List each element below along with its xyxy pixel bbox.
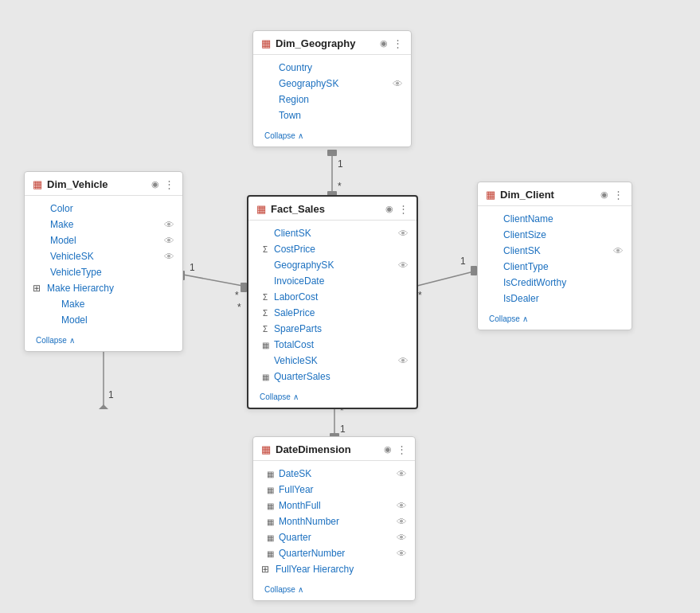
- table-header-dim-vehicle: ▦ Dim_Vehicle ◉ ⋮: [25, 172, 182, 196]
- field-row: ▦ DateSK 👁: [253, 466, 415, 482]
- eye-icon-dim-vehicle[interactable]: ◉: [151, 179, 159, 189]
- collapse-arrow-icon: ∧: [293, 392, 299, 401]
- field-icon: ▦: [264, 517, 276, 526]
- table-header-dim-client: ▦ Dim_Client ◉ ⋮: [478, 182, 632, 206]
- collapse-date-dimension[interactable]: Collapse ∧: [253, 580, 415, 600]
- field-row: ClientName: [478, 211, 632, 227]
- field-row: Town: [253, 107, 411, 123]
- svg-rect-12: [471, 266, 477, 275]
- diagram-canvas: 1 * 1 * 1 * 1 * 1 *: [0, 0, 700, 613]
- field-row: ClientSK 👁: [248, 225, 416, 241]
- field-name: ClientSize: [503, 229, 624, 240]
- field-name: Color: [50, 203, 174, 214]
- field-row: IsCreditWorthy: [478, 275, 632, 291]
- field-row: Make 👁: [25, 217, 182, 232]
- field-row: ▦ MonthNumber 👁: [253, 513, 415, 529]
- field-badge: 👁: [393, 78, 403, 90]
- svg-line-5: [183, 275, 247, 287]
- table-title-dim-client: Dim_Client: [500, 189, 596, 201]
- field-icon: ▦: [264, 549, 276, 558]
- field-icon: Σ: [260, 325, 271, 334]
- collapse-arrow-icon: ∧: [522, 314, 528, 323]
- more-icon-dim-vehicle[interactable]: ⋮: [164, 178, 174, 190]
- table-header-date-dimension: ▦ DateDimension ◉ ⋮: [253, 437, 415, 461]
- fields-dim-client: ClientName ClientSize ClientSK 👁 ClientT…: [478, 206, 632, 310]
- field-name: DateSK: [279, 468, 393, 479]
- conn-label-veh2-1: 1: [108, 389, 114, 400]
- field-row: ClientType: [478, 259, 632, 275]
- field-name: FullYear: [279, 484, 407, 495]
- field-row-child: Model: [25, 312, 182, 328]
- conn-label-veh-1: 1: [190, 262, 195, 273]
- eye-icon-dim-geography[interactable]: ◉: [380, 38, 388, 49]
- field-row: ClientSK 👁: [478, 243, 632, 259]
- more-icon-date-dimension[interactable]: ⋮: [397, 443, 407, 455]
- table-dim-client: ▦ Dim_Client ◉ ⋮ ClientName ClientSize C…: [477, 182, 632, 330]
- field-name: IsCreditWorthy: [503, 277, 624, 288]
- collapse-fact-sales[interactable]: Collapse ∧: [248, 388, 416, 408]
- field-icon: ▦: [264, 502, 276, 510]
- field-row: VehicleSK 👁: [25, 248, 182, 264]
- collapse-label: Collapse: [489, 314, 520, 323]
- table-header-fact-sales: ▦ Fact_Sales ◉ ⋮: [248, 197, 416, 221]
- field-row: Σ LaborCost: [248, 289, 416, 305]
- conn-label-geo-1: 1: [338, 158, 343, 170]
- field-name: TotalCost: [274, 339, 409, 350]
- field-name: IsDealer: [503, 293, 624, 304]
- table-type-icon-dim-geography: ▦: [261, 37, 271, 49]
- field-name: Country: [279, 62, 403, 73]
- collapse-dim-client[interactable]: Collapse ∧: [478, 310, 632, 330]
- field-row-hierarchy: ⊞ Make Hierarchy: [25, 280, 182, 296]
- more-icon-dim-geography[interactable]: ⋮: [393, 37, 403, 49]
- field-row: IsDealer: [478, 291, 632, 306]
- field-badge: 👁: [164, 235, 174, 247]
- field-name: ClientType: [503, 261, 624, 272]
- more-icon-dim-client[interactable]: ⋮: [613, 189, 624, 201]
- table-title-dim-geography: Dim_Geography: [276, 37, 375, 49]
- field-row: ▦ QuarterSales: [248, 369, 416, 385]
- field-name: CostPrice: [274, 244, 409, 255]
- field-row: ▦ TotalCost: [248, 337, 416, 353]
- table-fact-sales: ▦ Fact_Sales ◉ ⋮ ClientSK 👁 Σ CostPrice …: [247, 195, 418, 409]
- table-date-dimension: ▦ DateDimension ◉ ⋮ ▦ DateSK 👁 ▦ FullYea…: [252, 436, 416, 601]
- conn-label-cli-1: 1: [460, 256, 466, 267]
- field-name: QuarterNumber: [279, 548, 393, 559]
- collapse-dim-geography[interactable]: Collapse ∧: [253, 127, 411, 146]
- field-badge: 👁: [397, 468, 407, 480]
- field-name: SpareParts: [274, 323, 409, 334]
- field-row: Color: [25, 201, 182, 217]
- eye-icon-fact-sales[interactable]: ◉: [385, 204, 393, 214]
- collapse-label: Collapse: [36, 336, 67, 345]
- conn-label-cli-star: *: [418, 290, 422, 301]
- field-row: VehicleSK 👁: [248, 353, 416, 369]
- field-icon: Σ: [260, 293, 271, 302]
- field-row: ▦ QuarterNumber 👁: [253, 545, 415, 561]
- fields-dim-vehicle: Color Make 👁 Model 👁 VehicleSK 👁 Vehicle…: [25, 196, 182, 331]
- field-badge: 👁: [164, 219, 174, 231]
- collapse-dim-vehicle[interactable]: Collapse ∧: [25, 331, 182, 351]
- field-name: ClientSK: [274, 228, 395, 239]
- field-badge: 👁: [164, 251, 174, 263]
- table-actions-dim-client: ◉ ⋮: [600, 189, 624, 201]
- eye-icon-dim-client[interactable]: ◉: [600, 189, 608, 200]
- field-name: InvoiceDate: [274, 275, 409, 287]
- table-actions-dim-geography: ◉ ⋮: [380, 37, 403, 49]
- more-icon-fact-sales[interactable]: ⋮: [398, 203, 409, 215]
- field-row: ClientSize: [478, 227, 632, 243]
- hierarchy-icon: ⊞: [261, 564, 272, 575]
- svg-line-11: [414, 271, 477, 287]
- fields-date-dimension: ▦ DateSK 👁 ▦ FullYear ▦ MonthFull 👁 ▦ Mo…: [253, 461, 415, 580]
- field-row: GeographySK 👁: [253, 76, 411, 92]
- field-name: LaborCost: [274, 291, 409, 303]
- field-badge: 👁: [397, 548, 407, 560]
- field-name: Make: [50, 219, 161, 230]
- fields-fact-sales: ClientSK 👁 Σ CostPrice GeographySK 👁 Inv…: [248, 221, 416, 388]
- table-actions-dim-vehicle: ◉ ⋮: [151, 178, 174, 190]
- svg-marker-10: [99, 404, 108, 409]
- table-title-dim-vehicle: Dim_Vehicle: [47, 178, 147, 190]
- field-icon: ▦: [264, 533, 276, 542]
- conn-label-veh-star: *: [235, 290, 239, 301]
- field-badge: 👁: [398, 355, 409, 367]
- collapse-arrow-icon: ∧: [298, 131, 303, 140]
- eye-icon-date-dimension[interactable]: ◉: [384, 444, 392, 455]
